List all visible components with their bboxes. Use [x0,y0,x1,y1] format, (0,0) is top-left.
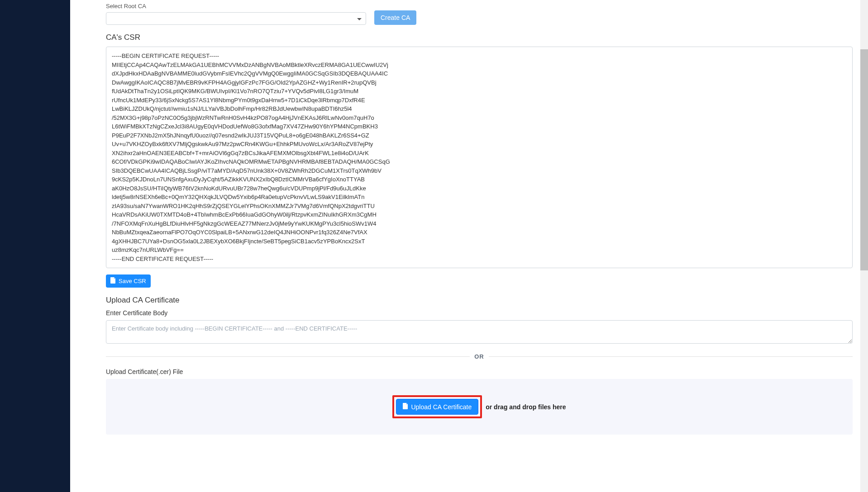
upload-dropzone[interactable]: Upload CA Certificate or drag and drop f… [106,379,853,435]
upload-ca-cert-button[interactable]: Upload CA Certificate [396,399,478,415]
csr-textarea[interactable]: -----BEGIN CERTIFICATE REQUEST----- MIIE… [106,47,853,268]
highlight-box: Upload CA Certificate [392,395,482,418]
sidebar [0,0,70,492]
save-csr-label: Save CSR [119,278,146,284]
or-divider: OR [106,353,853,360]
main-content: Select Root CA Create CA CA's CSR -----B… [87,0,868,492]
upload-ca-cert-label: Upload CA Certificate [411,403,472,411]
or-text: OR [474,353,484,360]
csr-heading: CA's CSR [106,33,853,42]
drag-drop-text: or drag and drop files here [486,403,566,411]
file-save-icon [110,277,116,285]
vertical-scrollbar[interactable] [860,0,868,492]
root-ca-label: Select Root CA [106,3,366,9]
cert-body-label: Enter Certificate Body [106,309,853,317]
file-upload-icon [403,403,408,411]
root-ca-row: Select Root CA Create CA [106,3,853,25]
upload-heading: Upload CA Certificate [106,296,853,305]
divider-line [106,356,470,357]
scrollbar-thumb[interactable] [860,49,868,271]
save-csr-button[interactable]: Save CSR [106,274,151,288]
cert-body-textarea[interactable] [106,320,853,344]
upload-file-label: Upload Certificate(.cer) File [106,368,853,375]
create-ca-button[interactable]: Create CA [374,10,416,25]
sidebar-strip [70,0,87,492]
divider-line [489,356,853,357]
root-ca-select[interactable] [106,12,366,25]
